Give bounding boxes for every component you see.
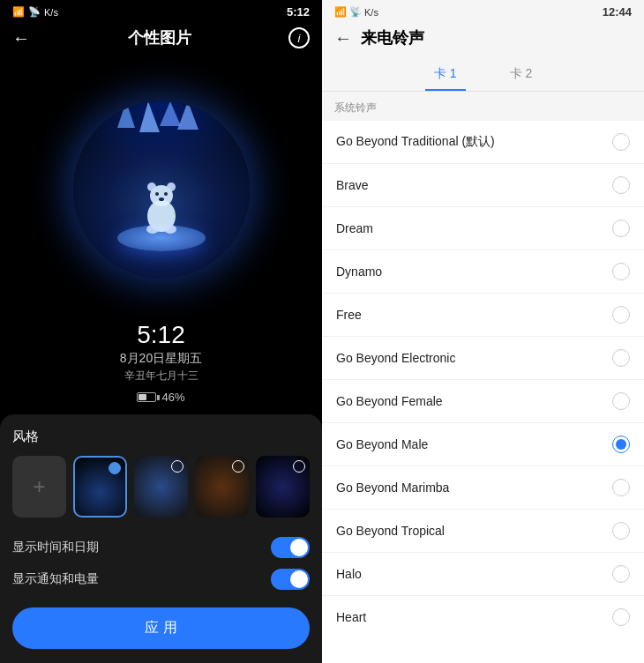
right-panel: 📶 📡 K/s 12:44 ← 来电铃声 卡 1 卡 2 系统铃声 Go Bey… — [322, 0, 644, 663]
radio-button[interactable] — [612, 608, 630, 626]
tab-bar: 卡 1 卡 2 — [322, 56, 644, 92]
svg-point-11 — [146, 225, 159, 234]
style-thumb-4[interactable] — [256, 456, 310, 518]
wallpaper-circle — [73, 101, 250, 278]
thumb-dot-1 — [109, 462, 121, 474]
apply-button[interactable]: 应 用 — [12, 607, 310, 649]
ringtone-name: Go Beyond Marimba — [336, 480, 449, 495]
radio-button[interactable] — [612, 176, 630, 194]
ringtone-list: Go Beyond Traditional (默认)BraveDreamDyna… — [322, 121, 644, 663]
left-status-bar: 📶 📡 K/s 5:12 — [0, 0, 322, 24]
right-signal-icon: 📶 — [334, 6, 347, 18]
wifi-icon: 📡 — [28, 6, 41, 18]
ringtone-name: Heart — [336, 610, 366, 624]
wallpaper-preview — [0, 56, 322, 314]
style-thumb-3[interactable] — [195, 456, 249, 518]
battery-fill — [139, 394, 146, 400]
style-thumb-2[interactable] — [134, 456, 188, 518]
svg-marker-0 — [117, 101, 135, 128]
right-status-time: 12:44 — [603, 5, 632, 19]
toggle-label-1: 显示时间和日期 — [12, 540, 99, 555]
svg-marker-1 — [139, 101, 160, 132]
ringtone-name: Go Beyond Tropical — [336, 524, 445, 538]
svg-point-8 — [155, 192, 159, 196]
bottom-panel: 风格 + 显示时间和日期 显示通知和电量 — [0, 414, 322, 663]
add-icon: + — [33, 474, 45, 499]
date-display: 8月20日星期五 — [0, 351, 322, 367]
ringtone-item[interactable]: Go Beyond Electronic — [322, 337, 644, 380]
radio-button[interactable] — [612, 220, 630, 237]
toggle-label-2: 显示通知和电量 — [12, 571, 99, 587]
svg-marker-3 — [177, 101, 198, 130]
info-icon-left[interactable]: i — [288, 27, 310, 48]
svg-point-12 — [164, 225, 176, 234]
battery-display: 46% — [0, 391, 322, 404]
ringtone-item[interactable]: Dream — [322, 207, 644, 250]
svg-point-9 — [164, 192, 168, 196]
ringtone-item[interactable]: Free — [322, 294, 644, 337]
ringtone-name: Go Beyond Female — [336, 394, 443, 408]
ringtone-item[interactable]: Go Beyond Male — [322, 423, 644, 466]
tab-card1[interactable]: 卡 1 — [425, 59, 466, 91]
ringtone-item[interactable]: Halo — [322, 553, 644, 596]
sim-icon: 📶 — [12, 6, 25, 18]
ringtone-name: Go Beyond Male — [336, 437, 428, 451]
svg-point-7 — [167, 183, 176, 191]
ringtone-item[interactable]: Go Beyond Female — [322, 380, 644, 423]
ringtone-name: Brave — [336, 178, 369, 192]
left-status-left: 📶 📡 K/s — [12, 6, 58, 18]
right-status-bar: 📶 📡 K/s 12:44 — [322, 0, 644, 24]
style-thumb-1[interactable] — [73, 456, 127, 518]
add-style-thumb[interactable]: + — [12, 456, 66, 518]
svg-marker-2 — [160, 101, 181, 126]
ringtone-name: Go Beyond Traditional (默认) — [336, 134, 495, 150]
clock-display: 5:12 — [0, 321, 322, 349]
toggle-row-2: 显示通知和电量 — [12, 563, 310, 595]
svg-point-10 — [159, 197, 164, 201]
radio-button[interactable] — [612, 392, 630, 410]
toggle-notification[interactable] — [271, 569, 310, 590]
back-button-left[interactable]: ← — [12, 28, 30, 48]
radio-button[interactable] — [612, 263, 630, 280]
left-panel: 📶 📡 K/s 5:12 ← 个性图片 i — [0, 0, 322, 663]
ringtone-name: Dream — [336, 221, 373, 235]
right-wifi-icon: 📡 — [349, 6, 362, 18]
bear-svg — [135, 176, 188, 238]
ringtone-name: Dynamo — [336, 264, 382, 279]
time-display: 5:12 8月20日星期五 辛丑年七月十三 46% — [0, 314, 322, 406]
style-section-title: 风格 — [12, 428, 310, 445]
battery-icon — [137, 392, 156, 402]
left-status-time: 5:12 — [287, 5, 310, 19]
lunar-display: 辛丑年七月十三 — [0, 369, 322, 384]
ringtone-item[interactable]: Dynamo — [322, 250, 644, 294]
radio-button[interactable] — [612, 522, 630, 540]
style-thumbnails: + — [12, 456, 310, 518]
left-page-title: 个性图片 — [128, 27, 191, 48]
right-status-ks: K/s — [364, 7, 378, 18]
toggle-datetime[interactable] — [271, 537, 310, 558]
right-header: ← 来电铃声 — [322, 24, 644, 56]
thumb-dot-4 — [293, 460, 305, 473]
radio-button[interactable] — [612, 306, 630, 324]
ringtone-item[interactable]: Heart — [322, 596, 644, 638]
ringtone-name: Halo — [336, 567, 362, 581]
radio-button[interactable] — [612, 436, 630, 453]
ringtone-item[interactable]: Go Beyond Marimba — [322, 466, 644, 510]
ringtone-item[interactable]: Brave — [322, 164, 644, 207]
back-button-right[interactable]: ← — [334, 28, 352, 48]
radio-button[interactable] — [612, 565, 630, 583]
right-status-icons: 📶 📡 K/s — [334, 6, 378, 18]
ringtone-item[interactable]: Go Beyond Tropical — [322, 510, 644, 553]
tab-card2[interactable]: 卡 2 — [501, 59, 542, 91]
ringtone-item[interactable]: Go Beyond Traditional (默认) — [322, 121, 644, 164]
radio-button[interactable] — [612, 479, 630, 496]
left-status-ks: K/s — [44, 7, 58, 18]
left-header: ← 个性图片 i — [0, 24, 322, 56]
thumb-dot-2 — [171, 460, 183, 473]
radio-button[interactable] — [612, 349, 630, 367]
right-page-title: 来电铃声 — [361, 27, 424, 48]
ringtone-name: Free — [336, 308, 362, 322]
battery-percent: 46% — [161, 391, 184, 404]
icicles-svg — [109, 101, 214, 137]
radio-button[interactable] — [612, 133, 630, 151]
